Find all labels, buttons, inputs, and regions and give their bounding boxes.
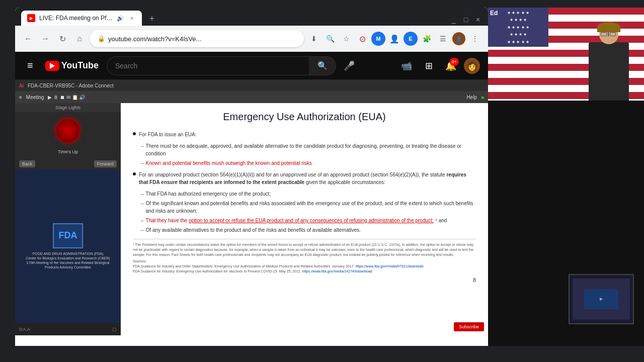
notification-badge: 9+ [450,58,459,66]
fda-text: FDA [59,230,77,241]
bullet-2: For an unapproved product (section 564(e… [133,171,476,186]
video-container: Ai FDA-CBER-VRB95C - Adobe Connect ≡ Mee… [15,80,488,335]
fda-logo-area: FDA FOOD AND DRUG ADMINISTRATION (FDA)Ce… [15,169,121,323]
tab-strip: ▶ LIVE: FDA meeting on Pfizer 🔊 × + _ □ … [15,8,488,26]
yt-logo-text: YouTube [61,60,99,71]
forward-slide-button[interactable]: Forward [94,160,117,167]
refresh-button[interactable]: ↻ [55,32,69,46]
apps-button[interactable]: ⊞ [420,57,438,75]
subscribe-button[interactable]: Subscribe [454,322,484,331]
search-input[interactable] [107,56,309,75]
left-panel-footer: 0:A.A ▢ [15,323,121,335]
apps-icon: ⊞ [425,60,433,71]
meeting-topbar-text: FDA-CBER-VRB95C - Adobe Connect [28,83,114,88]
address-text: youtube.com/watch?v=K4IsVe... [108,35,201,43]
notifications-button[interactable]: 🔔 9+ [442,57,460,75]
yt-logo-icon [45,61,59,71]
close-button[interactable]: × [472,14,484,26]
back-button[interactable]: ← [21,32,35,46]
toolbar-meeting-label[interactable]: Meeting [26,95,44,100]
person-head [599,25,618,44]
sub-bullet-1a: – There must be no adequate, approved, a… [141,142,476,157]
slide-footnote: ¹ The President may under certain circum… [133,239,476,274]
bullet-dot-2 [133,172,136,175]
ext-icon-4[interactable]: 🧩 [420,32,434,46]
more-options-button[interactable]: ⋮ [468,32,482,46]
download-icon[interactable]: ⬇ [307,32,321,46]
flag-area: ★ ★ ★ ★ ★★ ★ ★ ★★ ★ ★ ★ ★★ ★ ★ ★★ ★ ★ ★ … [488,8,644,101]
left-panel: Stage Lights Time's Up Back Forward FDA [15,103,121,335]
sub-2d-text: Of any available alternatives to the pro… [146,226,361,234]
active-tab[interactable]: ▶ LIVE: FDA meeting on Pfizer 🔊 × [21,11,142,26]
ext-icon-2[interactable]: 👤 [387,32,401,46]
yt-header-actions: 📹 ⊞ 🔔 9+ 👩 [397,57,480,75]
toolbar-close-icon: ■ [481,95,484,100]
meeting-toolbar: ≡ Meeting ▶ ⏸ ⏹ ✉ 📋 🔊 Help ■ [15,91,488,103]
bullet-1: For FDA to issue an EUA: [133,131,476,138]
yt-user-avatar[interactable]: 👩 [464,58,480,74]
minimize-button[interactable]: _ [448,14,460,26]
ed-label: Ed [488,8,500,19]
tab-title: LIVE: FDA meeting on Pfizer [39,15,113,22]
new-tab-button[interactable]: + [145,12,159,26]
sub-bullet-2c: – That they have the option to accept or… [141,217,476,224]
sub-2b-text: Of the significant known and potential b… [146,200,476,215]
opera-icon[interactable]: ⊙ [355,32,369,46]
address-input[interactable]: 🔒 youtube.com/watch?v=K4IsVe... [90,30,304,47]
top-right-panel: ★ ★ ★ ★ ★★ ★ ★ ★★ ★ ★ ★ ★★ ★ ★ ★★ ★ ★ ★ … [488,8,644,354]
mini-screen: ▶ [569,274,634,324]
playlist-icon[interactable]: ☰ [436,32,450,46]
fda-description: FOOD AND DRUG ADMINISTRATION (FDA)Center… [26,251,110,269]
yt-logo[interactable]: YouTube [45,60,99,71]
bullet-2-text: For an unapproved product (section 564(e… [139,171,476,186]
taskbar [0,346,644,362]
back-slide-button[interactable]: Back [19,160,35,167]
mic-button[interactable]: 🎤 [340,57,358,75]
person-hair [597,22,620,32]
yt-main: Ai FDA-CBER-VRB95C - Adobe Connect ≡ Mee… [15,80,488,335]
footnote-text: ¹ The President may under certain circum… [133,242,476,257]
browser-toolbar: ⬇ 🔍 ☆ ⊙ M 👤 E 🧩 ☰ 👤 ⋮ [307,32,482,46]
toolbar-help-label[interactable]: Help [466,95,477,100]
yt-search-container: 🔍 🎤 [107,56,358,75]
bullet-1-text: For FDA to issue an EUA: [139,131,197,138]
link-2[interactable]: https://www.fda.gov/media/142749/downloa… [302,269,372,273]
search-button[interactable]: 🔍 [309,56,336,75]
slide-area: Emergency Use Authorization (EUA) For FD… [121,103,488,335]
search-icon[interactable]: 🔍 [323,32,337,46]
timer-circle [55,118,80,143]
mini-screen-content: ▶ [573,279,629,320]
home-button[interactable]: ⌂ [72,32,87,46]
sub-bullet-2d: – Of any available alternatives to the p… [141,226,476,234]
sub-1a-text: There must be no adequate, approved, and… [146,142,476,157]
ext-icon-1[interactable]: M [371,32,385,46]
times-up-label: Time's Up [15,149,121,154]
footnote-sources: Sources: FDA Guidance for Industry and O… [133,259,476,274]
yt-header: ≡ YouTube 🔍 🎤 📹 ⊞ 🔔 9+ [15,52,488,80]
sub-1b-text: Known and potential benefits mush outwei… [146,159,312,167]
create-button[interactable]: 📹 [397,57,416,75]
browser-window: ▶ LIVE: FDA meeting on Pfizer 🔊 × + _ □ … [15,8,488,354]
ext-icon-3[interactable]: E [404,32,418,46]
slide-title: Emergency Use Authorization (EUA) [133,111,476,123]
stage-lights-label: Stage Lights [15,103,121,112]
sub-bullet-2b: – Of the significant known and potential… [141,200,476,215]
bookmark-icon[interactable]: ☆ [339,32,353,46]
tab-sound-icon: 🔊 [117,15,124,22]
tab-close-button[interactable]: × [128,14,136,22]
slide-page-number: 8 [133,276,476,285]
mini-screen-inner: ▶ [584,289,618,310]
link-1[interactable]: https://www.fda.gov/media/97321/download [355,264,423,268]
yt-menu-icon[interactable]: ≡ [23,56,37,75]
sub-2a-text: That FDA has authorized emergency use of… [146,190,271,198]
person-silhouette [584,20,634,101]
footer-expand-icon: ▢ [112,327,117,332]
meeting-content: Stage Lights Time's Up Back Forward FDA [15,103,488,335]
tab-favicon: ▶ [27,14,35,22]
forward-button[interactable]: → [38,32,52,46]
user-avatar[interactable]: 👤 [452,32,466,46]
toolbar-icons-row: ▶ ⏸ ⏹ ✉ 📋 🔊 [48,95,85,100]
maximize-button[interactable]: □ [460,14,472,26]
create-icon: 📹 [401,60,412,71]
meeting-menu-icon: ≡ [19,95,22,100]
